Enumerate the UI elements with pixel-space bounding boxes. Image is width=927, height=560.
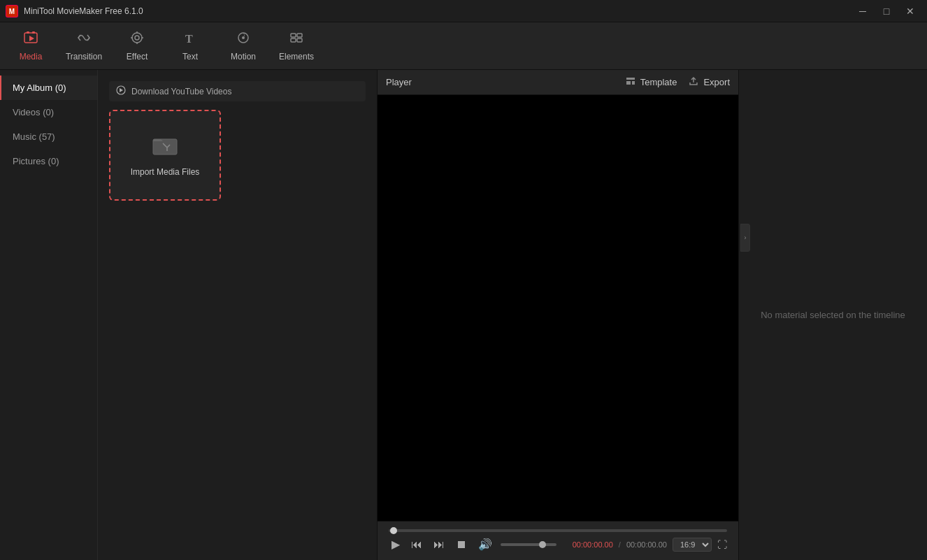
media-label: Media (20, 52, 43, 62)
elements-label: Elements (279, 52, 314, 62)
folder-icon (152, 134, 178, 161)
motion-icon (236, 30, 251, 49)
toolbar-item-elements[interactable]: Elements (271, 25, 322, 67)
svg-rect-4 (32, 31, 35, 34)
minimize-button[interactable]: ─ (851, 4, 874, 18)
progress-thumb[interactable] (390, 527, 397, 534)
svg-text:T: T (185, 33, 193, 45)
player-title: Player (386, 77, 412, 87)
player-area: Player Template (378, 70, 738, 560)
nav-item-music[interactable]: Music (57) (0, 124, 97, 149)
prev-frame-button[interactable]: ⏮ (408, 537, 425, 552)
app-title: MiniTool MovieMaker Free 6.1.0 (24, 6, 851, 16)
left-panel: My Album (0) Videos (0) Music (57) Pictu… (0, 70, 378, 560)
svg-rect-18 (297, 38, 302, 42)
svg-text:M: M (9, 8, 15, 15)
nav-item-my-album[interactable]: My Album (0) (0, 76, 97, 100)
svg-rect-21 (153, 139, 177, 155)
current-time: 00:00:00.00 (573, 540, 613, 549)
export-button[interactable]: Export (688, 76, 730, 89)
window-controls: ─ □ ✕ (851, 4, 921, 18)
player-header-right: Template Export (625, 76, 730, 89)
toolbar: Media Transition Effect T (0, 22, 927, 70)
app-icon: M (6, 5, 18, 17)
import-media-box[interactable]: Import Media Files (109, 110, 221, 201)
time-separator: / (619, 540, 621, 549)
download-label: Download YouTube Videos (131, 87, 231, 96)
player-header: Player Template (378, 70, 738, 95)
toolbar-item-effect[interactable]: Effect (112, 25, 162, 67)
text-icon: T (182, 30, 198, 49)
svg-rect-3 (27, 31, 29, 34)
svg-point-6 (132, 33, 142, 43)
export-label: Export (703, 77, 730, 87)
svg-marker-20 (120, 88, 123, 92)
svg-point-7 (135, 36, 139, 40)
collapse-panel-button[interactable]: › (740, 224, 750, 252)
no-material-text: No material selected on the timeline (747, 296, 919, 334)
close-button[interactable]: ✕ (899, 4, 921, 18)
toolbar-item-motion[interactable]: Motion (218, 25, 268, 67)
nav-item-videos[interactable]: Videos (0) (0, 100, 97, 124)
volume-thumb (539, 541, 546, 548)
left-content: Download YouTube Videos Import Media Fil… (98, 70, 377, 560)
restore-button[interactable]: □ (875, 4, 898, 18)
effect-label: Effect (127, 52, 148, 62)
content-area: My Album (0) Videos (0) Music (57) Pictu… (0, 70, 927, 560)
play-button[interactable]: ▶ (389, 536, 403, 552)
motion-label: Motion (231, 52, 256, 62)
titlebar: M MiniTool MovieMaker Free 6.1.0 ─ □ ✕ (0, 0, 927, 22)
controls-row: ▶ ⏮ ⏭ ⏹ 🔊 00:00:00.00 / 00:00:00.00 16:9 (389, 536, 727, 552)
fullscreen-button[interactable]: ⛶ (717, 539, 727, 550)
text-label: Text (182, 52, 198, 62)
template-button[interactable]: Template (625, 76, 677, 89)
toolbar-item-media[interactable]: Media (6, 25, 56, 67)
player-controls: ▶ ⏮ ⏭ ⏹ 🔊 00:00:00.00 / 00:00:00.00 16:9 (378, 521, 738, 560)
svg-rect-15 (291, 34, 296, 37)
nav-item-pictures[interactable]: Pictures (0) (0, 149, 97, 173)
transition-icon (76, 30, 92, 49)
next-frame-button[interactable]: ⏭ (431, 537, 447, 552)
export-icon (688, 76, 699, 89)
player-and-props: Player Template (378, 70, 927, 560)
elements-icon (289, 30, 304, 49)
volume-slider[interactable] (501, 543, 556, 546)
transition-label: Transition (66, 52, 102, 62)
left-nav: My Album (0) Videos (0) Music (57) Pictu… (0, 70, 98, 560)
svg-marker-5 (29, 36, 34, 41)
template-label: Template (640, 77, 677, 87)
download-youtube-button[interactable]: Download YouTube Videos (109, 81, 366, 101)
volume-button[interactable]: 🔊 (475, 536, 495, 552)
toolbar-item-text[interactable]: T Text (165, 25, 215, 67)
panel-sidebar: My Album (0) Videos (0) Music (57) Pictu… (0, 70, 377, 560)
template-icon (625, 76, 636, 89)
progress-bar[interactable] (389, 529, 727, 532)
media-icon (23, 30, 38, 49)
toolbar-item-transition[interactable]: Transition (59, 25, 109, 67)
svg-rect-16 (297, 34, 302, 37)
effect-icon (129, 30, 145, 49)
import-label: Import Media Files (131, 167, 200, 177)
video-preview (378, 95, 738, 521)
aspect-ratio-select[interactable]: 16:9 9:16 4:3 1:1 (673, 538, 712, 552)
svg-rect-17 (291, 38, 296, 42)
total-time: 00:00:00.00 (626, 540, 667, 549)
properties-panel: › No material selected on the timeline (738, 70, 927, 560)
stop-button[interactable]: ⏹ (453, 537, 470, 552)
download-icon (116, 85, 126, 97)
